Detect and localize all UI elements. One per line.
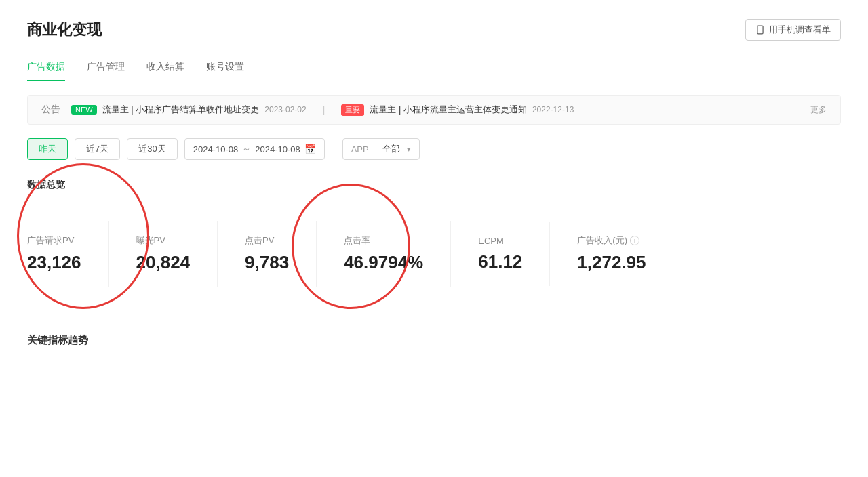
trend-section: 关键指标趋势 bbox=[27, 334, 841, 347]
dropdown-arrow-icon: ▾ bbox=[407, 145, 411, 154]
notice-date-2: 2022-12-13 bbox=[532, 105, 574, 115]
stat-impression-pv: 曝光PV 20,824 bbox=[109, 221, 218, 287]
date-end: 2024-10-08 bbox=[255, 144, 300, 154]
app-filter-label: APP bbox=[351, 144, 369, 154]
notice-tag-important: 重要 bbox=[341, 104, 364, 116]
stat-value-impression-pv: 20,824 bbox=[136, 252, 191, 273]
date-start: 2024-10-08 bbox=[193, 144, 239, 154]
page-title: 商业化变现 bbox=[27, 20, 102, 40]
stat-value-ad-request-pv: 23,126 bbox=[27, 252, 81, 273]
stats-grid: 广告请求PV 23,126 曝光PV 20,824 点击PV 9,783 点击率… bbox=[27, 221, 841, 287]
stat-value-ad-revenue: 1,272.95 bbox=[577, 252, 646, 273]
stat-name-impression-pv: 曝光PV bbox=[136, 234, 191, 247]
mobile-view-button[interactable]: 用手机调查看单 bbox=[745, 19, 841, 41]
stat-name-click-pv: 点击PV bbox=[245, 234, 289, 247]
filter-30days[interactable]: 近30天 bbox=[127, 138, 177, 160]
mobile-btn-label: 用手机调查看单 bbox=[769, 24, 831, 36]
notice-label: 公告 bbox=[41, 104, 60, 116]
calendar-icon: 📅 bbox=[304, 144, 316, 154]
notice-tag-new: NEW bbox=[71, 105, 97, 115]
stat-ad-revenue: 广告收入(元) i 1,272.95 bbox=[550, 221, 673, 287]
stat-value-click-pv: 9,783 bbox=[245, 252, 289, 273]
notice-bar: 公告 NEW 流量主 | 小程序广告结算单收件地址变更 2023-02-02 |… bbox=[27, 95, 841, 125]
stat-name-ad-revenue: 广告收入(元) i bbox=[577, 234, 646, 247]
app-filter-dropdown[interactable]: APP 全部 ▾ bbox=[342, 138, 420, 160]
stat-click-rate: 点击率 46.9794% bbox=[317, 221, 451, 287]
stats-overview-section: 数据总览 广告请求PV 23,126 曝光PV 20,824 bbox=[27, 179, 841, 314]
tab-ad-data[interactable]: 广告数据 bbox=[27, 54, 65, 81]
date-separator: ～ bbox=[242, 143, 251, 155]
stat-click-pv: 点击PV 9,783 bbox=[218, 221, 317, 287]
tab-ad-management[interactable]: 广告管理 bbox=[87, 54, 125, 81]
filter-7days[interactable]: 近7天 bbox=[75, 138, 120, 160]
overview-title: 数据总览 bbox=[27, 179, 841, 191]
stat-value-ecpm: 61.12 bbox=[478, 251, 522, 272]
svg-rect-0 bbox=[757, 26, 763, 34]
trend-title: 关键指标趋势 bbox=[27, 334, 841, 347]
notice-more-link[interactable]: 更多 bbox=[810, 104, 827, 116]
stat-name-click-rate: 点击率 bbox=[344, 234, 423, 247]
notice-text-2[interactable]: 流量主 | 小程序流量主运营主体变更通知 bbox=[370, 104, 527, 116]
notice-date-1: 2023-02-02 bbox=[264, 105, 306, 115]
date-range-picker[interactable]: 2024-10-08 ～ 2024-10-08 📅 bbox=[184, 138, 325, 160]
info-icon[interactable]: i bbox=[630, 236, 639, 245]
app-filter-value: 全部 bbox=[382, 143, 400, 155]
stat-name-ad-request-pv: 广告请求PV bbox=[27, 234, 81, 247]
tabs-bar: 广告数据 广告管理 收入结算 账号设置 bbox=[0, 54, 868, 81]
stat-ad-request-pv: 广告请求PV 23,126 bbox=[27, 221, 109, 287]
filter-bar: 昨天 近7天 近30天 2024-10-08 ～ 2024-10-08 📅 AP… bbox=[27, 138, 841, 160]
notice-item-2: 重要 流量主 | 小程序流量主运营主体变更通知 2022-12-13 bbox=[341, 104, 574, 116]
stat-revenue-label: 广告收入(元) bbox=[577, 234, 627, 247]
filter-yesterday[interactable]: 昨天 bbox=[27, 138, 68, 160]
stat-name-ecpm: ECPM bbox=[478, 236, 522, 246]
stat-ecpm: ECPM 61.12 bbox=[451, 222, 550, 286]
tab-income[interactable]: 收入结算 bbox=[146, 54, 184, 81]
mobile-icon bbox=[755, 25, 765, 35]
tab-account-settings[interactable]: 账号设置 bbox=[206, 54, 244, 81]
notice-text-1[interactable]: 流量主 | 小程序广告结算单收件地址变更 bbox=[102, 104, 260, 116]
notice-item-1: NEW 流量主 | 小程序广告结算单收件地址变更 2023-02-02 bbox=[71, 104, 307, 116]
stat-value-click-rate: 46.9794% bbox=[344, 252, 423, 273]
notice-sep: | bbox=[323, 104, 326, 115]
